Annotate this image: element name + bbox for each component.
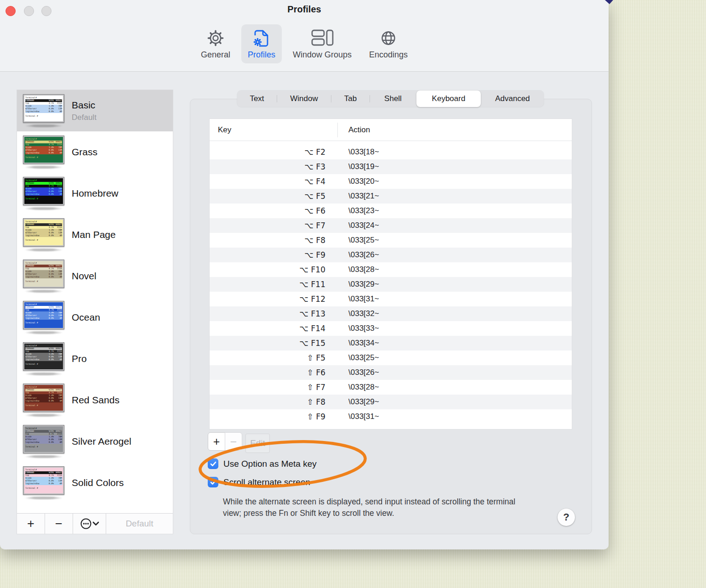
scroll-alternate-screen-label: Scroll alternate screen (223, 477, 310, 487)
key-binding-row[interactable]: ⌥ F9\033[26~ (210, 248, 572, 262)
key-binding-row[interactable]: ⌥ F3\033[19~ (210, 159, 572, 174)
help-button[interactable]: ? (558, 509, 575, 526)
key-binding-row[interactable]: ⌥ F13\033[32~ (210, 306, 572, 321)
remove-profile-button[interactable]: − (45, 514, 73, 534)
profile-thumbnail: Terminal# COMMAND%CPURPRVT top4.1%231KXc… (23, 177, 64, 205)
checkmark-icon (210, 461, 216, 467)
key-cell: ⌥ F2 (210, 147, 325, 157)
use-option-as-meta-label: Use Option as Meta key (223, 459, 317, 469)
key-binding-row[interactable]: ⌥ F5\033[21~ (210, 189, 572, 204)
desktop: { "window": { "title": "Profiles" }, "to… (0, 0, 706, 588)
profile-list-item-pro[interactable]: Terminal# COMMAND%CPURPRVT top4.1%231KXc… (17, 338, 173, 379)
key-binding-row[interactable]: ⌥ F14\033[33~ (210, 321, 572, 336)
profile-list-item-man-page[interactable]: Terminal# COMMAND%CPURPRVT top4.1%231KXc… (17, 214, 173, 255)
profile-name: Homebrew (72, 188, 119, 199)
thumbnail-shadow (24, 373, 63, 375)
thumbnail-shadow (24, 207, 63, 210)
profile-name: Basic (72, 100, 97, 111)
key-binding-row[interactable]: ⇧ F7\033[28~ (210, 380, 572, 395)
profile-name: Novel (72, 271, 97, 282)
ellipsis-circle-chevron-icon (80, 518, 100, 530)
edit-binding-button[interactable]: Edit (245, 434, 270, 453)
tab-keyboard[interactable]: Keyboard (416, 90, 481, 107)
toolbar-item-label: Window Groups (293, 50, 352, 60)
key-binding-row[interactable]: ⌥ F7\033[24~ (210, 218, 572, 233)
key-binding-row[interactable]: ⌥ F4\033[20~ (210, 174, 572, 189)
profile-actions-menu-button[interactable] (73, 514, 106, 534)
key-cell: ⌥ F14 (210, 324, 325, 333)
action-cell: \033[29~ (325, 397, 379, 407)
add-profile-button[interactable]: + (17, 514, 45, 534)
thumbnail-shadow (24, 166, 63, 169)
toolbar: Profiles (0, 0, 609, 72)
tab-advanced[interactable]: Advanced (481, 90, 544, 107)
key-cell: ⌥ F6 (210, 206, 325, 215)
key-binding-row[interactable]: ⇧ F5\033[25~ (210, 351, 572, 365)
key-binding-row[interactable]: ⌥ F10\033[28~ (210, 262, 572, 277)
profile-list-item-basic[interactable]: Terminal# COMMAND%CPURPRVT top4.1%231KXc… (17, 90, 173, 131)
use-option-as-meta-checkbox[interactable] (208, 458, 218, 469)
action-cell: \033[21~ (325, 192, 379, 201)
key-binding-row[interactable]: ⌥ F6\033[23~ (210, 204, 572, 218)
key-cell: ⇧ F9 (210, 412, 325, 421)
action-cell: \033[20~ (325, 177, 379, 186)
toolbar-item-profiles[interactable]: Profiles (241, 24, 282, 63)
action-cell: \033[28~ (325, 265, 379, 274)
toolbar-item-window-groups[interactable]: Window Groups (286, 24, 358, 63)
key-binding-row[interactable]: ⌥ F15\033[34~ (210, 336, 572, 351)
key-binding-row[interactable]: ⌥ F2\033[18~ (210, 145, 572, 159)
profile-thumbnail: Terminal# COMMAND%CPURPRVT top4.1%231KXc… (23, 384, 64, 412)
column-header-key[interactable]: Key (210, 125, 231, 135)
column-divider[interactable] (337, 123, 338, 137)
alternate-screen-description: While the alternate screen is displayed,… (223, 496, 529, 519)
profile-name: Ocean (72, 312, 100, 323)
toolbar-item-general[interactable]: General (194, 24, 237, 63)
toolbar-item-encodings[interactable]: Encodings (363, 24, 414, 63)
thumbnail-shadow (24, 290, 63, 293)
tab-shell[interactable]: Shell (370, 90, 416, 107)
key-cell: ⌥ F5 (210, 192, 325, 201)
key-binding-row[interactable]: ⌥ F11\033[29~ (210, 277, 572, 292)
key-binding-row[interactable]: ⇧ F8\033[29~ (210, 395, 572, 409)
tab-text[interactable]: Text (237, 90, 277, 107)
key-cell: ⌥ F13 (210, 309, 325, 318)
thumbnail-shadow (24, 124, 63, 127)
window-groups-icon (311, 27, 334, 49)
action-cell: \033[26~ (325, 368, 379, 377)
key-cell: ⇧ F5 (210, 353, 325, 362)
action-cell: \033[18~ (325, 147, 379, 157)
profile-list-item-grass[interactable]: Terminal# COMMAND%CPURPRVT top4.1%231KXc… (17, 131, 173, 173)
table-header: Key Action (210, 119, 572, 141)
profile-list-item-silver-aerogel[interactable]: Terminal# COMMAND%CPURPRVT top4.1%231KXc… (17, 421, 173, 462)
tab-tab[interactable]: Tab (331, 90, 370, 107)
key-cell: ⌥ F7 (210, 221, 325, 230)
key-binding-row[interactable]: ⇧ F9\033[31~ (210, 409, 572, 424)
profile-thumbnail: Terminal# COMMAND%CPURPRVT top4.1%231KXc… (23, 466, 64, 495)
set-default-button[interactable]: Default (106, 514, 173, 534)
toolbar-items: General (0, 24, 609, 63)
tab-window[interactable]: Window (277, 90, 331, 107)
scroll-alternate-screen-checkbox[interactable] (208, 477, 218, 487)
key-binding-row[interactable]: ⇧ F6\033[26~ (210, 365, 572, 380)
column-header-action[interactable]: Action (348, 125, 370, 135)
remove-binding-button[interactable]: − (225, 432, 242, 451)
key-cell: ⌥ F8 (210, 236, 325, 245)
profile-list: Terminal# COMMAND%CPURPRVT top4.1%231KXc… (17, 90, 173, 514)
profile-thumbnail: Terminal# COMMAND%CPURPRVT top4.1%231KXc… (23, 425, 64, 453)
toolbar-item-label: Profiles (248, 50, 275, 60)
action-cell: \033[25~ (325, 353, 379, 362)
add-binding-button[interactable]: + (208, 432, 225, 451)
key-binding-row[interactable]: ⌥ F8\033[25~ (210, 233, 572, 248)
action-cell: \033[28~ (325, 383, 379, 392)
profile-thumbnail: Terminal# COMMAND%CPURPRVT top4.1%231KXc… (23, 342, 64, 371)
action-cell: \033[31~ (325, 294, 379, 304)
key-bindings-table: Key Action ⌥ F2\033[18~⌥ F3\033[19~⌥ F4\… (209, 119, 572, 430)
key-binding-row[interactable]: ⌥ F12\033[31~ (210, 292, 572, 306)
profile-list-item-red-sands[interactable]: Terminal# COMMAND%CPURPRVT top4.1%231KXc… (17, 379, 173, 421)
key-cell: ⇧ F8 (210, 397, 325, 407)
profile-list-item-solid-colors[interactable]: Terminal# COMMAND%CPURPRVT top4.1%231KXc… (17, 462, 173, 503)
profile-list-item-ocean[interactable]: Terminal# COMMAND%CPURPRVT top4.1%231KXc… (17, 297, 173, 338)
profile-list-item-novel[interactable]: Terminal# COMMAND%CPURPRVT top4.1%231KXc… (17, 255, 173, 297)
sidebar-footer: + − Default (17, 513, 173, 534)
profile-list-item-homebrew[interactable]: Terminal# COMMAND%CPURPRVT top4.1%231KXc… (17, 173, 173, 214)
